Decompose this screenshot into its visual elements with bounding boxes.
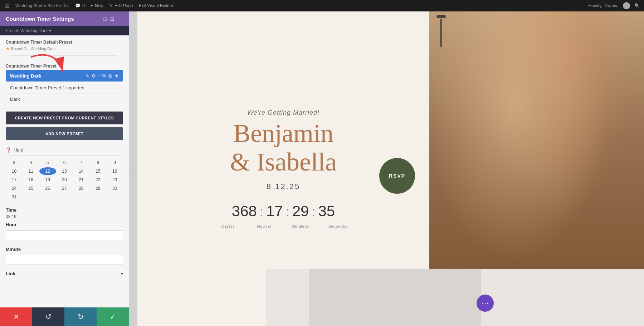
cal-day-27[interactable]: 27 [56,184,73,192]
cal-day-25[interactable]: 25 [23,184,39,192]
hour-input[interactable] [6,230,123,240]
cal-day-29[interactable]: 29 [89,184,106,192]
countdown-seconds: 35 [318,203,335,220]
cal-day-16[interactable]: 16 [106,167,123,175]
link-chevron-icon[interactable]: ▾ [121,271,123,276]
calendar-row-2: 10 11 12 13 14 15 16 [6,167,123,175]
undo-button[interactable]: ↺ [32,307,64,326]
mobile-preview-icon[interactable]: □ [104,16,107,22]
admin-bar-exit-builder[interactable]: Exit Visual Builder [139,3,174,8]
admin-bar-site[interactable]: Wedding Starter Site for Divi [15,3,69,8]
lamp-head [436,15,446,18]
panel-title: Countdown Timer Settings [6,16,74,22]
cal-day-3[interactable]: 3 [6,159,23,167]
preset-action-icons: ✎ ⚙ ↑ ⧉ 🗑 ★ [86,73,119,79]
cal-day-10[interactable]: 10 [6,167,23,175]
new-label: New [95,3,103,8]
add-preset-button[interactable]: ADD NEW PRESET [6,127,123,140]
dark-preset-label: Dark [10,97,20,102]
countdown-sep-1: : [260,204,263,219]
rsvp-button[interactable]: RSVP [379,158,415,194]
dark-preset-item[interactable]: Dark [6,94,123,105]
cal-day-8[interactable]: 8 [89,159,106,167]
calendar-row-5: 31 [6,193,123,201]
cal-day-24[interactable]: 24 [6,184,23,192]
admin-bar-comments[interactable]: 💬 0 [75,3,85,8]
panel-header: Countdown Timer Settings □ ⊟ ⋯ [0,11,129,26]
separator-1 [11,55,117,56]
cal-day-17[interactable]: 17 [6,176,23,184]
cal-day-6[interactable]: 6 [56,159,73,167]
cal-day-22[interactable]: 22 [89,176,106,184]
active-preset-item[interactable]: Wedding Dark ✎ ⚙ ↑ ⧉ 🗑 ★ [6,70,123,82]
cal-day-19[interactable]: 19 [39,176,56,184]
cal-day-14[interactable]: 14 [73,167,89,175]
cal-day-21[interactable]: 21 [73,176,89,184]
cal-day-31[interactable]: 31 [6,193,23,201]
help-icon: ❓ [6,147,11,153]
cal-day-18[interactable]: 18 [23,176,39,184]
active-preset-name: Wedding Dark [10,73,41,79]
delete-preset-icon[interactable]: 🗑 [108,73,112,79]
imported-preset-item[interactable]: Countdown Timer Preset 1 imported [6,82,123,94]
wedding-name-1: Benjamin [233,119,333,148]
right-content: We're Getting Married! Benjamin & Isabel… [137,11,644,326]
link-section[interactable]: Link ▾ [0,268,129,278]
avatar [623,2,630,9]
calendar-section: 3 4 5 6 7 8 9 10 11 12 13 14 15 16 [0,156,129,204]
redo-button[interactable]: ↻ [64,307,97,326]
cal-day-30[interactable]: 30 [106,184,123,192]
dots-icon: ⋯ [482,299,489,307]
duplicate-preset-icon[interactable]: ⧉ [102,73,106,79]
cal-day-28[interactable]: 28 [73,184,89,192]
star-preset-icon[interactable]: ★ [114,73,119,79]
minute-input[interactable] [6,255,123,265]
admin-bar: ⊞ Wedding Starter Site for Divi 💬 0 + Ne… [0,0,644,11]
minutes-label: Minute(s) [292,224,310,228]
chevron-down-icon[interactable]: ▾ [49,28,51,33]
resize-handle[interactable]: ↔ [129,11,137,326]
purple-action-button[interactable]: ⋯ [477,295,494,312]
cal-day-13[interactable]: 13 [56,167,73,175]
calendar-row-1: 3 4 5 6 7 8 9 [6,159,123,167]
panel-preset-subtitle: Preset: Wedding Dark ▾ [0,26,129,35]
wedding-amp: & Isabella [230,148,337,176]
link-label: Link [6,271,15,276]
admin-bar-edit-page[interactable]: ✎ Edit Page [109,3,133,8]
layout-icon[interactable]: ⊟ [110,16,114,22]
cal-day-11[interactable]: 11 [23,167,39,175]
pencil-icon: ✎ [109,3,113,8]
help-row[interactable]: ❓ Help [0,144,129,155]
cal-day-12[interactable]: 12 [39,167,56,175]
cal-day-9[interactable]: 9 [106,159,123,167]
admin-bar-new[interactable]: + New [91,3,103,8]
countdown-sep-2: : [286,204,289,219]
bottom-section: ⋯ [266,269,644,326]
wordpress-icon[interactable]: ⊞ [4,2,10,10]
cal-day-26[interactable]: 26 [39,184,56,192]
cal-day-5[interactable]: 5 [39,159,56,167]
search-icon[interactable]: 🔍 [634,3,640,8]
cal-day-20[interactable]: 20 [56,176,73,184]
based-on-text: Based On: Wedding Dark [11,46,56,51]
create-preset-button[interactable]: CREATE NEW PRESET FROM CURRENT STYLES [6,112,123,124]
settings-preset-icon[interactable]: ⚙ [92,73,96,79]
preset-section-label: Countdown Timer Preset [6,62,123,69]
cal-day-15[interactable]: 15 [89,167,106,175]
cal-day-4[interactable]: 4 [23,159,39,167]
hour-label: Hour [6,222,123,227]
save-button[interactable]: ✓ [97,307,129,326]
cal-day-23[interactable]: 23 [106,176,123,184]
cal-day-7[interactable]: 7 [73,159,89,167]
preset-section: Countdown Timer Default Preset ★ Based O… [0,35,129,107]
calendar-row-3: 17 18 19 20 21 22 23 [6,176,123,184]
more-options-icon[interactable]: ⋯ [118,16,123,22]
site-name-label: Wedding Starter Site for Divi [15,3,69,8]
countdown-days: 368 [232,203,257,220]
left-panel: Countdown Timer Settings □ ⊟ ⋯ Preset: W… [0,11,129,326]
export-preset-icon[interactable]: ↑ [98,73,101,79]
edit-preset-icon[interactable]: ✎ [86,73,89,79]
cancel-button[interactable]: ✕ [0,307,32,326]
hours-label: Hour(s) [255,224,273,228]
rsvp-label: RSVP [389,173,405,179]
